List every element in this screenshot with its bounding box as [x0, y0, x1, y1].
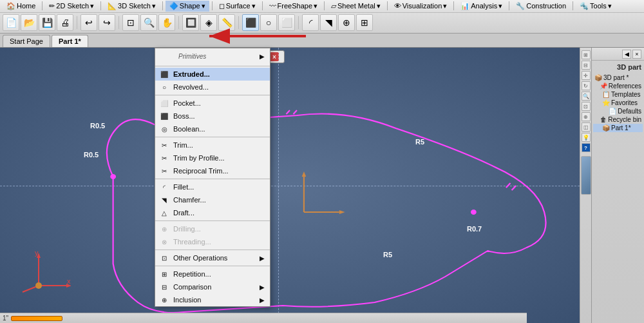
- tree-item-references[interactable]: 📌 References: [593, 82, 643, 90]
- side-icon-fit[interactable]: ⊡: [582, 102, 591, 111]
- dd-fillet[interactable]: ◜ Fillet...: [155, 181, 270, 193]
- tab-part1[interactable]: Part 1*: [52, 35, 88, 47]
- dd-threading: ⊗ Threading...: [155, 235, 270, 248]
- side-icon-rotate[interactable]: ↻: [582, 81, 591, 90]
- menu-surface[interactable]: ◻ Surface ▾: [215, 1, 260, 12]
- toolbar-extra2[interactable]: ⊞: [356, 14, 373, 31]
- dd-pocket[interactable]: ⬜ Pocket...: [155, 97, 270, 110]
- side-icon-sect[interactable]: ◫: [582, 122, 591, 132]
- dd-sep-6: [155, 266, 270, 266]
- menu-home[interactable]: 🏠 Home: [3, 1, 39, 12]
- svg-point-4: [110, 174, 116, 179]
- mini-3d-view[interactable]: [581, 156, 591, 195]
- toolbar-pan[interactable]: ✋: [158, 14, 175, 31]
- toolbar-new[interactable]: 📄: [3, 14, 19, 31]
- side-icon-light[interactable]: 💡: [582, 133, 591, 142]
- panel-close-btn[interactable]: ×: [632, 50, 641, 59]
- tree-label-favorites: Favorites: [611, 99, 638, 106]
- tree-icon-references: 📌: [600, 83, 607, 90]
- tree-label-templates: Templates: [611, 91, 641, 98]
- menu-separator-3: [162, 1, 163, 10]
- dd-repetition[interactable]: ⊞ Repetition...: [155, 268, 270, 280]
- dd-inclusion[interactable]: ⊕ Inclusion ▶: [155, 293, 270, 306]
- dd-sep-5: [155, 250, 270, 250]
- right-panel: ◀ × 3D part 📦 3D part * 📌 References 📋 T…: [591, 48, 644, 323]
- side-icon-help[interactable]: ?: [582, 143, 591, 152]
- dd-comparison[interactable]: ⊟ Comparison ▶: [155, 280, 270, 293]
- svg-point-17: [35, 282, 42, 289]
- toolbar-print[interactable]: 🖨: [57, 14, 73, 31]
- toolbar-zoom-in[interactable]: 🔍: [140, 14, 157, 31]
- toolbar-revolve[interactable]: ○: [260, 14, 277, 31]
- toolbar-save[interactable]: 💾: [39, 14, 55, 31]
- dd-boolean[interactable]: ◎ Boolean...: [155, 122, 270, 135]
- dd-trim-profile-icon: ✂: [159, 153, 169, 163]
- tree-item-favorites[interactable]: ⭐ Favorites: [593, 99, 643, 107]
- dd-repetition-icon: ⊞: [159, 269, 169, 279]
- dd-revolved[interactable]: ○ Revolved...: [155, 81, 270, 93]
- icon-sep-1: [77, 16, 77, 29]
- canvas-area[interactable]: ✏ Sketch 1 × R0.5 R0.5: [0, 48, 580, 323]
- toolbar-zoom-fit[interactable]: ⊡: [122, 14, 139, 31]
- toolbar-measure[interactable]: 📏: [218, 14, 235, 31]
- toolbar-render[interactable]: ◈: [200, 14, 217, 31]
- tree-item-3dpart[interactable]: 📦 3D part *: [593, 73, 643, 82]
- menu-analysis[interactable]: 📊 Analysis ▾: [457, 1, 506, 12]
- tree-item-templates[interactable]: 📋 Templates: [593, 90, 643, 99]
- side-icon-zoom[interactable]: 🔍: [582, 92, 591, 101]
- svg-text:x: x: [67, 277, 71, 285]
- menu-freeshape[interactable]: 〰 FreeShape ▾: [265, 1, 321, 12]
- panel-collapse-btn[interactable]: ◀: [622, 50, 631, 59]
- toolbar-open[interactable]: 📂: [21, 14, 37, 31]
- side-icon-view1[interactable]: ⊞: [582, 50, 591, 59]
- dd-extruded[interactable]: ⬛ Extruded...: [155, 68, 270, 81]
- tree-label-3dpart: 3D part *: [603, 74, 629, 81]
- dd-chamfer-label: Chamfer...: [173, 196, 206, 204]
- menu-visualization[interactable]: 👁 Visualization ▾: [390, 1, 451, 12]
- tree-item-recycle[interactable]: 🗑 Recycle bin: [593, 115, 643, 124]
- tree-item-part1[interactable]: 📦 Part 1*: [593, 124, 643, 132]
- dd-boolean-label: Boolean...: [173, 125, 205, 133]
- menu-sheetmetal[interactable]: ▱ Sheet Metal ▾: [327, 1, 384, 12]
- dd-chamfer-icon: ◥: [159, 195, 169, 205]
- dd-reciprocal-trim[interactable]: ✂ Reciprocal Trim...: [155, 164, 270, 177]
- tab-start-page[interactable]: Start Page: [3, 35, 50, 47]
- tree-item-defaults[interactable]: 📄 Defaults: [593, 107, 643, 115]
- menu-construction[interactable]: 🔧 Construction: [512, 1, 570, 12]
- dd-reciprocal-label: Reciprocal Trim...: [173, 167, 229, 175]
- toolbar-extrude[interactable]: ⬛: [242, 14, 259, 31]
- toolbar-extra1[interactable]: ⊕: [338, 14, 355, 31]
- icon-sep-4: [238, 16, 239, 29]
- toolbar-chamfer[interactable]: ◥: [320, 14, 337, 31]
- menu-tools[interactable]: 🔩 Tools ▾: [576, 1, 616, 12]
- dd-boss-label: Boss...: [173, 112, 195, 120]
- dd-draft[interactable]: △ Draft...: [155, 206, 270, 219]
- toolbar-fillet[interactable]: ◜: [302, 14, 319, 31]
- menu-separator-8: [453, 1, 454, 10]
- dd-extruded-icon: ⬛: [159, 69, 169, 79]
- toolbar-redo[interactable]: ↪: [99, 14, 115, 31]
- toolbar-3dview[interactable]: 🔲: [182, 14, 199, 31]
- menu-shape[interactable]: 🔷 Shape ▾: [166, 1, 209, 12]
- dd-other-ops[interactable]: ⊡ Other Operations ▶: [155, 251, 270, 264]
- dd-boss[interactable]: ⬛ Boss...: [155, 110, 270, 122]
- menu-2dsketch[interactable]: ✏ 2D Sketch ▾: [45, 1, 98, 12]
- tree-icon-part1: 📦: [602, 124, 610, 132]
- menu-separator-7: [387, 1, 388, 10]
- svg-marker-9: [302, 171, 307, 177]
- svg-line-3: [512, 186, 516, 190]
- dd-trim-profile[interactable]: ✂ Trim by Profile...: [155, 152, 270, 164]
- side-icon-move[interactable]: ✛: [582, 71, 591, 80]
- dd-chamfer[interactable]: ◥ Chamfer...: [155, 193, 270, 206]
- side-icon-pan[interactable]: ⊕: [582, 112, 591, 121]
- toolbar-undo[interactable]: ↩: [80, 14, 97, 31]
- side-icon-view2[interactable]: ⊟: [582, 61, 591, 70]
- dd-trim[interactable]: ✂ Trim...: [155, 139, 270, 152]
- toolbar-pocket[interactable]: ⬜: [278, 14, 295, 31]
- dd-fillet-label: Fillet...: [173, 183, 194, 191]
- svg-marker-7: [339, 210, 345, 214]
- tree-icon-recycle: 🗑: [600, 116, 607, 123]
- menu-3dsketch[interactable]: 📐 3D Sketch ▾: [104, 1, 160, 12]
- dd-comparison-arrow: ▶: [260, 284, 265, 291]
- menu-separator-5: [262, 1, 263, 10]
